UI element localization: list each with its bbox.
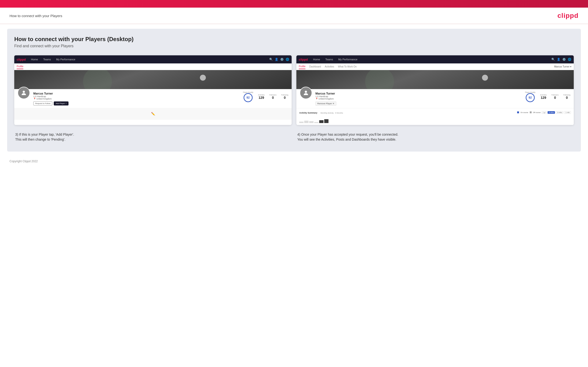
nav-home-2[interactable]: Home — [312, 57, 321, 62]
activity-header-2: Activity Summary Monthly Activity · 6 Mo… — [299, 110, 571, 115]
legend-offcourse-dot — [530, 111, 532, 113]
activity-legend-2: On course Off course — [517, 111, 540, 113]
stat-activities-2: Activities 129 — [540, 94, 547, 100]
profile-handicap-2: 1-5 Handicap — [315, 95, 522, 98]
tab-user-right-2[interactable]: Marcus Turner ▾ — [554, 65, 571, 68]
profile-name-1: Marcus Turner — [33, 92, 240, 95]
app-nav-logo-1: clippd — [17, 58, 26, 61]
following-value-1: 0 — [281, 96, 288, 100]
app-nav-logo-2: clippd — [299, 58, 308, 61]
quality-label-2: Player Quality — [525, 92, 536, 93]
nav-teams-2[interactable]: Teams — [324, 57, 334, 62]
descriptions-row: 3) If this is your Player tap, 'Add Play… — [14, 130, 574, 144]
activities-value-1: 129 — [258, 96, 265, 100]
request-follow-button-1[interactable]: Request to Follow — [33, 101, 52, 106]
stat-following-1: Following 0 — [281, 94, 288, 100]
stat-quality-2: Player Quality 92 — [525, 92, 536, 102]
chart-bar-4 — [314, 122, 319, 123]
quality-circle-1: 92 — [243, 93, 253, 102]
activity-filters-2: On course Off course 1 yr 6 mths 3 mths … — [517, 111, 571, 114]
followers-label-1: Followers — [269, 94, 277, 96]
app-nav-1: clippd Home Teams My Performance 🔍 👤 ⚙️ … — [14, 55, 292, 63]
page-title: How to connect with your Players (Deskto… — [14, 36, 574, 42]
remove-player-button-2[interactable]: Remove Player ✕ — [315, 101, 336, 106]
following-label-2: Following — [563, 94, 571, 96]
header: How to connect with your Players clippd — [0, 8, 588, 24]
app-nav-2: clippd Home Teams My Performance 🔍 👤 ⚙️ … — [296, 55, 574, 63]
activity-title-group-2: Activity Summary Monthly Activity · 6 Mo… — [299, 110, 343, 115]
footer-text: Copyright Clippd 2022 — [9, 160, 38, 163]
app-tab-bar-2: Profile Dashboard Activities What To Wor… — [296, 63, 574, 70]
followers-label-2: Followers — [551, 94, 559, 96]
profile-info-1: Marcus Turner 1-5 Handicap 📍 United King… — [33, 92, 240, 106]
avatar-icon-2 — [303, 90, 309, 96]
following-value-2: 0 — [563, 96, 571, 100]
filter-1mth-button[interactable]: 1 mth — [564, 111, 571, 114]
nav-myperformance-2[interactable]: My Performance — [337, 57, 358, 62]
search-icon-2[interactable]: 🔍 — [551, 58, 555, 61]
chart-bar-1 — [299, 122, 303, 123]
app-chart-area-2 — [299, 116, 571, 123]
nav-teams-1[interactable]: Teams — [42, 57, 52, 62]
quality-circle-2: 92 — [526, 93, 535, 102]
profile-location-2: 📍 United Kingdom — [315, 98, 522, 100]
footer: Copyright Clippd 2022 — [0, 156, 588, 166]
following-label-1: Following — [281, 94, 288, 96]
avatar-icon-1 — [20, 90, 27, 96]
screenshots-row: clippd Home Teams My Performance 🔍 👤 ⚙️ … — [14, 55, 574, 125]
avatar-2 — [300, 87, 312, 99]
app-nav-icons-2: 🔍 👤 ⚙️ 🌐 — [551, 58, 571, 61]
legend-oncourse-dot — [517, 111, 519, 113]
settings-icon-1[interactable]: ⚙️ — [280, 58, 284, 61]
stat-quality-1: Player Quality 92 — [243, 92, 253, 102]
user-icon-1[interactable]: 👤 — [275, 58, 278, 61]
tab-profile-2[interactable]: Profile — [299, 64, 305, 69]
profile-buttons-2: Remove Player ✕ — [315, 101, 522, 106]
stat-following-2: Following 0 — [563, 94, 571, 100]
app-tab-bar-1: Profile — [14, 63, 292, 70]
activity-subtitle-2: Monthly Activity · 6 Months — [320, 112, 343, 114]
logo: clippd — [558, 12, 579, 19]
search-icon-1[interactable]: 🔍 — [269, 58, 273, 61]
filter-1yr-button[interactable]: 1 yr — [542, 111, 547, 114]
tab-activities-2[interactable]: Activities — [325, 64, 334, 69]
chart-bar-6 — [324, 119, 329, 123]
nav-myperformance-1[interactable]: My Performance — [55, 57, 76, 62]
globe-icon-2[interactable]: 🌐 — [568, 58, 571, 61]
location-pin-icon-1: 📍 — [33, 98, 36, 100]
globe-icon-1[interactable]: 🌐 — [286, 58, 289, 61]
settings-icon-2[interactable]: ⚙️ — [562, 58, 566, 61]
page-subtitle: Find and connect with your Players — [14, 44, 574, 48]
top-bar — [0, 0, 588, 8]
filter-3mths-button[interactable]: 3 mths — [556, 111, 563, 114]
profile-handicap-1: 1-5 Handicap — [33, 95, 240, 98]
nav-home-1[interactable]: Home — [30, 57, 39, 62]
user-icon-2[interactable]: 👤 — [557, 58, 560, 61]
description-panel-2: 4) Once your Player has accepted your re… — [296, 130, 574, 144]
hero-golf-image-2 — [296, 70, 574, 89]
app-hero-1 — [14, 70, 292, 89]
svg-point-0 — [23, 91, 25, 93]
description-text-1: 3) If this is your Player tap, 'Add Play… — [15, 132, 291, 142]
app-stats-2: Player Quality 92 Activities 129 Followe… — [525, 92, 571, 102]
tab-profile-1[interactable]: Profile — [17, 64, 23, 69]
tab-dashboard-2[interactable]: Dashboard — [309, 64, 321, 69]
description-text-2: 4) Once your Player has accepted your re… — [297, 132, 573, 142]
filter-6mths-button[interactable]: 6 mths — [548, 111, 555, 114]
followers-value-2: 0 — [551, 96, 559, 100]
stat-activities-1: Activities 129 — [258, 94, 265, 100]
app-profile-area-1: Marcus Turner 1-5 Handicap 📍 United King… — [14, 89, 292, 108]
location-pin-icon-2: 📍 — [315, 98, 318, 100]
app-hero-2 — [296, 70, 574, 89]
profile-name-2: Marcus Turner — [315, 92, 522, 95]
legend-oncourse-label: On course — [520, 112, 528, 113]
profile-buttons-1: Request to Follow Add Player + — [33, 101, 240, 106]
screenshot-panel-1: clippd Home Teams My Performance 🔍 👤 ⚙️ … — [14, 55, 292, 125]
scroll-icon-1: ✏️ — [151, 112, 155, 116]
main-content: How to connect with your Players (Deskto… — [7, 29, 581, 151]
app-nav-icons-1: 🔍 👤 ⚙️ 🌐 — [269, 58, 289, 61]
activity-summary-2: Activity Summary Monthly Activity · 6 Mo… — [296, 108, 574, 125]
tab-whattoon-2[interactable]: What To Work On — [338, 64, 357, 69]
add-player-button-1[interactable]: Add Player + — [54, 101, 69, 106]
avatar-1 — [17, 87, 30, 99]
